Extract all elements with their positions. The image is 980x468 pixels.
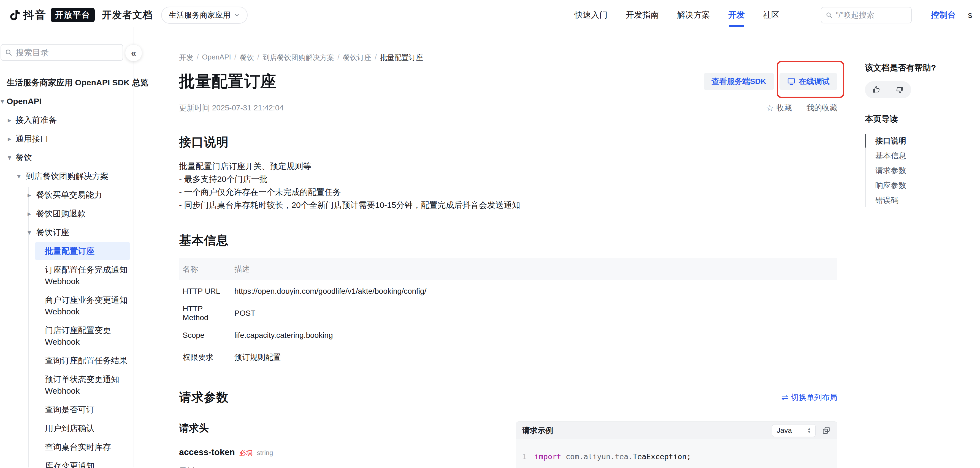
sidebar-item-instore-groupbuy-solution[interactable]: ▾到店餐饮团购解决方案 [0,170,134,182]
monitor-icon [787,77,795,86]
nav-item-solutions[interactable]: 解决方案 [677,3,710,27]
global-search-input[interactable] [836,11,907,19]
nav-item-community[interactable]: 社区 [763,3,780,27]
my-favorites-link[interactable]: 我的收藏 [807,103,837,113]
thumbs-down-button[interactable] [888,81,912,98]
sidebar-item-merchant-biz-change-webhook[interactable]: 商户订座业务变更通知 Webhook [0,294,134,317]
page-title: 批量配置订座 [179,71,277,92]
app-selector-label: 生活服务商家应用 [169,10,231,21]
console-link[interactable]: 控制台 [931,10,956,21]
divider [799,104,799,112]
sidebar-tree: 生活服务商家应用 OpenAPI SDK 总览 ▾OpenAPI ▸接入前准备 … [0,77,134,468]
caret-down-icon[interactable]: ▾ [17,170,21,182]
nav-item-quickstart[interactable]: 快速入门 [574,3,608,27]
toc-item-api-description[interactable]: 接口说明 [875,135,975,147]
sidebar-item-config-task-done-webhook[interactable]: 订座配置任务完成通知 Webhook [0,264,134,287]
caret-down-icon[interactable]: ▾ [8,152,11,163]
toc-item-response-params[interactable]: 响应参数 [875,180,975,191]
sidebar-item-store-config-change-webhook[interactable]: 门店订座配置变更 Webhook [0,325,134,348]
api-desc-line: 批量配置门店订座开关、预定规则等 [179,160,837,173]
douyin-logo-icon [8,9,21,21]
sidebar-item-user-arrival-confirm[interactable]: 用户到店确认 [0,423,134,434]
sidebar-item-booking[interactable]: ▾餐饮订座 [0,227,134,238]
code-line: 1import com.aliyun.tea.TeaException; [516,447,837,466]
caret-right-icon[interactable]: ▸ [8,114,11,126]
breadcrumb-item[interactable]: 到店餐饮团购解决方案 [262,53,334,62]
sidebar-item-reservation-status-webhook[interactable]: 预订单状态变更通知 Webhook [0,374,134,397]
toc-title: 本页导读 [860,113,975,125]
feedback-widget [865,81,911,98]
breadcrumb-item[interactable]: 餐饮 [240,53,254,62]
sidebar-item-batch-config-booking[interactable]: 批量配置订座 [0,245,134,257]
param-access-token: access-token 必填 string 示例：clt.943da17996… [179,447,501,468]
breadcrumb-current: 批量配置订座 [380,53,423,62]
table-row: HTTP Method POST [179,302,837,324]
param-name: access-token [179,447,235,457]
brand[interactable]: 抖音 开放平台 开发者文档 [8,8,153,22]
toc-item-error-codes[interactable]: 错误码 [875,195,975,206]
copy-code-button[interactable] [822,426,831,435]
sidebar-item-pay-capability[interactable]: ▸餐饮买单交易能力 [0,189,134,201]
sidebar-item-query-config-task-result[interactable]: 查询订座配置任务结果 [0,355,134,366]
table-row: HTTP URL https://open.douyin.com/goodlif… [179,280,837,302]
favorite-button[interactable]: ☆ 收藏 [766,103,792,113]
section-api-description: 接口说明 批量配置门店订座开关、预定规则等 - 最多支持20个门店一批 - 一个… [179,134,837,211]
sidebar-search-input[interactable] [16,48,119,57]
table-header-row: 名称 描述 [179,258,837,280]
thumbs-up-button[interactable] [865,81,888,98]
breadcrumb-item[interactable]: 餐饮订座 [343,53,371,62]
sidebar-item-openapi[interactable]: ▾OpenAPI [0,95,134,107]
top-divider [0,0,980,3]
global-search-box[interactable] [821,7,912,24]
nav-item-dev-guide[interactable]: 开发指南 [626,3,659,27]
caret-down-icon[interactable]: ▾ [27,227,31,238]
search-icon [5,48,13,57]
sidebar-item-query-bookable[interactable]: 查询是否可订 [0,404,134,416]
portal-title: 开发者文档 [102,8,153,21]
breadcrumb-item[interactable]: 开发 [179,53,193,62]
app-selector-dropdown[interactable]: 生活服务商家应用 [161,6,248,24]
caret-right-icon[interactable]: ▸ [27,208,31,219]
sidebar-item-common-api[interactable]: ▸通用接口 [0,133,134,144]
sidebar-item-prepare[interactable]: ▸接入前准备 [0,114,134,126]
sidebar-item-query-table-stock[interactable]: 查询桌台实时库存 [0,441,134,453]
search-icon [826,11,833,19]
table-row: Scope life.capacity.catering.booking [179,324,837,346]
layout-toggle-link[interactable]: ⇌ 切换单列布局 [781,392,837,403]
toc-item-basic-info[interactable]: 基本信息 [875,150,975,162]
param-example: 示例：clt.943da17996fb5cebfbc70c044c3fc25a5… [179,465,501,468]
sidebar-search-box[interactable] [0,44,123,61]
main-nav: 快速入门 开发指南 解决方案 开发 社区 [574,3,780,27]
sidebar-item-catering[interactable]: ▾餐饮 [0,152,134,163]
table-header-name: 名称 [179,258,231,280]
sidebar-collapse-button[interactable]: « [125,44,142,61]
breadcrumb-item[interactable]: OpenAPI [202,53,231,62]
request-header-heading: 请求头 [179,422,501,435]
toc-list: 接口说明 基本信息 请求参数 响应参数 错误码 [865,134,975,207]
code-block[interactable]: 1import com.aliyun.tea.TeaException; 2im… [516,439,837,468]
section-heading-api-description: 接口说明 [179,134,837,150]
doc-main: 开发/ OpenAPI/ 餐饮/ 到店餐饮团购解决方案/ 餐饮订座/ 批量配置订… [134,27,859,468]
section-basic-info: 基本信息 名称 描述 HTTP URL https://open.douyin.… [179,232,837,368]
caret-right-icon[interactable]: ▸ [8,133,11,144]
star-icon: ☆ [766,103,774,112]
view-server-sdk-button[interactable]: 查看服务端SDK [704,73,774,90]
nav-item-develop[interactable]: 开发 [728,3,745,27]
sidebar-item-sdk-overview[interactable]: 生活服务商家应用 OpenAPI SDK 总览 [0,77,134,88]
request-example-panel: 请求示例 Java ▲▼ [516,422,837,468]
sidebar-item-groupbuy-refund[interactable]: ▸餐饮团购退款 [0,208,134,219]
select-arrows-icon: ▲▼ [807,427,811,433]
helpfulness-title: 该文档是否有帮助? [860,62,975,73]
brand-name: 抖音 [23,8,46,22]
breadcrumb: 开发/ OpenAPI/ 餐饮/ 到店餐饮团购解决方案/ 餐饮订座/ 批量配置订… [179,53,837,62]
updated-timestamp: 更新时间 2025-07-31 21:42:04 [179,103,284,113]
chevron-down-icon [234,12,240,18]
caret-right-icon[interactable]: ▸ [27,189,31,201]
toc-item-request-params[interactable]: 请求参数 [875,165,975,176]
online-debug-button[interactable]: 在线调试 [780,73,837,90]
language-select[interactable]: Java ▲▼ [772,424,816,437]
caret-down-icon[interactable]: ▾ [0,95,4,107]
sidebar-item-stock-change-webhook[interactable]: 库存变更通知 [0,460,134,468]
api-desc-line: - 同步门店桌台库存耗时较长，20个全新门店预计需要10-15分钟，配置完成后抖… [179,198,837,211]
copy-icon [822,426,831,435]
